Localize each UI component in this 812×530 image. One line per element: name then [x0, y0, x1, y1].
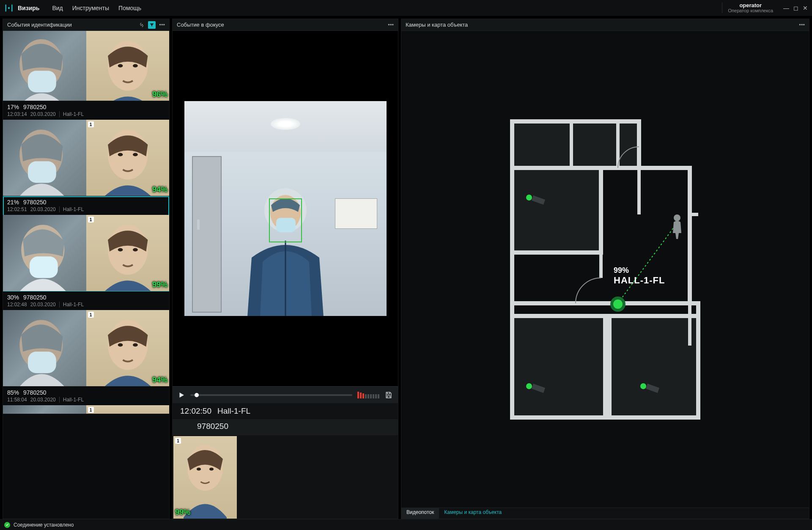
event-camera: Hall-1-FL: [59, 302, 84, 308]
more-icon[interactable]: •••: [799, 22, 805, 28]
event-time: 12:02:48: [7, 302, 27, 308]
status-text: Соединение установлено: [14, 522, 74, 528]
svg-point-43: [640, 383, 646, 389]
event-camera: Hall-1-FL: [59, 111, 84, 117]
svg-rect-28: [512, 121, 639, 168]
event-uid: 9780250: [23, 294, 47, 301]
svg-point-41: [526, 195, 532, 200]
match-badge: 94%: [152, 376, 167, 384]
app-name: Визирь: [18, 5, 39, 11]
match-badge: 99%: [152, 280, 167, 289]
rank-badge: 1: [175, 438, 181, 444]
svg-rect-31: [512, 316, 605, 417]
svg-point-0: [8, 7, 10, 8]
event-capture-thumb: [3, 310, 86, 386]
svg-rect-32: [609, 316, 698, 417]
event-time: 12:02:51: [7, 206, 27, 212]
tab-cameras-map[interactable]: Камеры и карта объекта: [439, 508, 507, 519]
maximize-button[interactable]: ◻: [793, 5, 798, 11]
event-camera: Hall-1-FL: [59, 397, 84, 403]
rank-badge: 1: [88, 407, 94, 413]
focus-time: 12:02:50: [180, 406, 211, 416]
map-marker-percent: 99%: [614, 266, 665, 275]
event-capture-thumb: [3, 120, 86, 196]
active-camera-marker: [610, 297, 625, 312]
play-button[interactable]: [178, 391, 185, 399]
svg-line-44: [618, 223, 677, 303]
menu-help[interactable]: Помощь: [118, 5, 141, 11]
menu-tools[interactable]: Инструменты: [72, 5, 109, 11]
event-card[interactable]: 30% 9780250 12:02:48 20.03.2020 Hall-1-F…: [3, 291, 169, 387]
event-reference-thumb: 1: [86, 405, 170, 414]
event-date: 20.03.2020: [30, 397, 56, 403]
event-uid: 9780250: [23, 389, 47, 396]
more-icon[interactable]: •••: [159, 22, 165, 28]
close-button[interactable]: ✕: [803, 5, 808, 11]
map-panel: Камеры и карта объекта •••: [401, 19, 809, 519]
svg-rect-12: [30, 256, 58, 278]
event-time: 11:58:04: [7, 397, 27, 403]
svg-point-20: [133, 343, 138, 347]
svg-point-26: [197, 467, 201, 470]
event-camera: Hall-1-FL: [59, 206, 84, 212]
event-card[interactable]: 96%: [3, 31, 169, 101]
rank-badge: 1: [88, 121, 94, 127]
event-card[interactable]: 17% 9780250 12:03:14 20.03.2020 Hall-1-F…: [3, 101, 169, 196]
user-name: operator: [739, 3, 762, 8]
match-badge: 94%: [152, 185, 167, 194]
event-capture-thumb: [3, 215, 86, 291]
event-reference-thumb: 96%: [86, 31, 170, 101]
svg-rect-29: [512, 168, 601, 253]
event-percent: 17%: [7, 104, 19, 110]
svg-point-9: [118, 153, 123, 157]
focus-reference-portrait[interactable]: 1 99%: [173, 436, 237, 519]
video-frame[interactable]: [173, 31, 398, 386]
event-card[interactable]: 21% 9780250 12:02:51 20.03.2020 Hall-1-F…: [3, 196, 169, 291]
tab-video-stream[interactable]: Видеопоток: [401, 508, 439, 519]
user-role: Оператор комплекса: [728, 8, 774, 14]
svg-rect-7: [28, 161, 56, 183]
event-time: 12:03:14: [7, 111, 27, 117]
event-card[interactable]: 85% 9780250 11:58:04 20.03.2020 Hall-1-F…: [3, 387, 169, 414]
event-uid: 9780250: [23, 104, 47, 110]
person-marker-icon: [673, 214, 681, 239]
svg-point-5: [133, 64, 138, 68]
minimize-button[interactable]: —: [783, 5, 789, 11]
event-uid: 9780250: [23, 199, 47, 206]
link-icon[interactable]: [139, 22, 145, 28]
svg-point-4: [118, 64, 123, 68]
svg-point-45: [674, 214, 680, 221]
events-panel-title: События идентификации: [7, 22, 72, 28]
event-date: 20.03.2020: [30, 302, 56, 308]
focus-camera: Hall-1-FL: [217, 406, 250, 416]
svg-rect-2: [28, 71, 56, 92]
match-badge: 96%: [152, 90, 167, 99]
map-panel-title: Камеры и карта объекта: [406, 22, 468, 28]
svg-point-47: [613, 299, 623, 309]
event-reference-thumb: 1 94%: [86, 120, 170, 196]
event-percent: 30%: [7, 294, 19, 301]
timeline-activity-indicator: [357, 392, 379, 398]
filter-icon[interactable]: [148, 21, 156, 29]
event-percent: 85%: [7, 389, 19, 396]
floor-map[interactable]: 99% HALL-1-FL: [401, 31, 809, 508]
face-bounding-box: [269, 198, 302, 242]
event-capture-thumb: [3, 31, 86, 101]
menu-view[interactable]: Вид: [52, 5, 63, 11]
rank-badge: 1: [88, 312, 94, 318]
event-reference-thumb: 1 94%: [86, 310, 170, 386]
event-percent: 21%: [7, 199, 19, 206]
save-icon[interactable]: [384, 391, 393, 399]
svg-point-15: [133, 248, 138, 252]
user-block[interactable]: operator Оператор комплекса: [722, 3, 779, 13]
events-panel: События идентификации •••: [3, 19, 170, 519]
focus-panel: Событие в фокусе •••: [172, 19, 398, 519]
video-seek-bar[interactable]: [190, 394, 352, 396]
svg-point-42: [526, 383, 532, 389]
connection-status-icon: [4, 522, 10, 528]
svg-point-27: [209, 467, 214, 470]
svg-point-10: [133, 153, 138, 157]
event-date: 20.03.2020: [30, 111, 56, 117]
more-icon[interactable]: •••: [388, 22, 394, 28]
svg-rect-17: [28, 352, 56, 373]
